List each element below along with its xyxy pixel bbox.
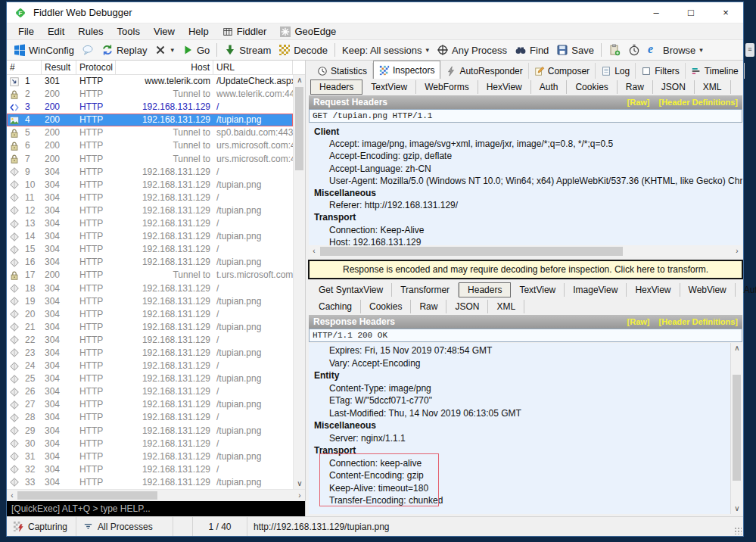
session-row-10[interactable]: 10304HTTP192.168.131.129/tupian.png [7, 179, 293, 192]
scroll-up-icon[interactable]: ∧ [731, 343, 742, 354]
session-row-12[interactable]: 12304HTTP192.168.131.129/tupian.png [7, 204, 293, 217]
process-filter[interactable]: All Processes [76, 517, 173, 536]
scroll-right-icon[interactable]: › [732, 245, 742, 257]
tab-autoresponder[interactable]: AutoResponder [440, 63, 528, 79]
tab-inspectors[interactable]: Inspectors [373, 61, 440, 79]
keep-all-sessions-button[interactable]: Keep: All sessions▾ [338, 43, 433, 58]
raw-link[interactable]: [Raw] [627, 317, 650, 326]
column-header-result[interactable]: Result [42, 61, 76, 74]
request-tab-xml[interactable]: XML [695, 80, 731, 94]
session-row-23[interactable]: 23304HTTP192.168.131.129/tupian.png [7, 347, 293, 360]
stream-button[interactable]: Stream [220, 42, 275, 58]
browse-button[interactable]: eBrowse▾ [644, 42, 707, 58]
winconfig-button[interactable]: WinConfig [10, 42, 78, 58]
session-row-7[interactable]: 7200HTTPTunnel tours.microsoft.com:443 [7, 153, 293, 166]
response-tab-transformer[interactable]: Transformer [392, 283, 459, 297]
menu-item-tools[interactable]: Tools [110, 23, 147, 39]
session-row-31[interactable]: 31304HTTP192.168.131.129/tupian.png [7, 450, 293, 463]
response-tab-imageview[interactable]: ImageView [565, 283, 627, 297]
response-tab-get-syntaxview[interactable]: Get SyntaxView [310, 283, 392, 297]
session-horizontal-scrollbar[interactable]: ‹ › [7, 489, 305, 501]
session-row-24[interactable]: 24304HTTP192.168.131.129/ [7, 360, 293, 372]
menu-item-view[interactable]: View [147, 23, 182, 39]
tab-filters[interactable]: Filters [636, 63, 686, 79]
session-row-1[interactable]: 1301HTTPwww.telerik.com/UpdateCheck.aspx… [7, 75, 293, 88]
tab-composer[interactable]: Composer [529, 63, 596, 79]
session-row-16[interactable]: 16304HTTP192.168.131.129/tupian.png [7, 256, 293, 269]
go-button[interactable]: Go [178, 42, 213, 58]
response-tab-xml[interactable]: XML [488, 300, 524, 313]
request-tab-headers[interactable]: Headers [310, 79, 362, 95]
request-horizontal-scrollbar[interactable]: ‹ › [309, 245, 742, 257]
tab-log[interactable]: Log [596, 63, 636, 79]
column-header-url[interactable]: URL [213, 61, 293, 74]
session-row-27[interactable]: 27304HTTP192.168.131.129/tupian.png [7, 398, 293, 411]
column-header-host[interactable]: Host [116, 61, 213, 74]
tab-timeline[interactable]: Timeline [686, 63, 745, 79]
scroll-thumb[interactable] [320, 247, 623, 256]
minimize-button[interactable]: – [639, 2, 674, 23]
request-tab-hexview[interactable]: HexView [478, 80, 531, 94]
session-row-15[interactable]: 15304HTTP192.168.131.129/ [7, 243, 293, 256]
session-row-5[interactable]: 5200HTTPTunnel tosp0.baidu.com:443 [7, 126, 293, 139]
session-row-4[interactable]: 4200HTTP192.168.131.129/tupian.png [7, 114, 293, 126]
session-row-21[interactable]: 21304HTTP192.168.131.129/tupian.png [7, 321, 293, 334]
save-button[interactable]: Save [552, 42, 598, 58]
transform-notice[interactable]: Response is encoded and may require deco… [308, 260, 743, 279]
request-tab-raw[interactable]: Raw [618, 80, 653, 94]
session-row-11[interactable]: 11304HTTP192.168.131.129/ [7, 192, 293, 204]
response-tab-webview[interactable]: WebView [680, 283, 736, 297]
session-row-17[interactable]: 17200HTTPTunnel tot.urs.microsoft.com:44… [7, 269, 293, 282]
quickexec-input[interactable]: [QuickExec] ALT+Q > type HELP... [7, 501, 305, 516]
response-tab-auth[interactable]: Auth [736, 283, 756, 297]
session-row-26[interactable]: 26304HTTP192.168.131.129/ [7, 385, 293, 398]
scroll-down-icon[interactable]: ∨ [731, 503, 742, 514]
session-row-13[interactable]: 13304HTTP192.168.131.129/ [7, 217, 293, 230]
session-row-25[interactable]: 25304HTTP192.168.131.129/tupian.png [7, 372, 293, 385]
header-definitions-link[interactable]: [Header Definitions] [658, 317, 738, 326]
scroll-up-icon[interactable]: ∧ [294, 75, 306, 86]
replay-button[interactable]: Replay [98, 42, 151, 58]
column-header-[interactable]: # [7, 61, 42, 74]
capturing-toggle[interactable]: Capturing [7, 517, 76, 536]
header-definitions-link[interactable]: [Header Definitions] [658, 98, 738, 107]
session-row-22[interactable]: 22304HTTP192.168.131.129/ [7, 334, 293, 347]
session-row-2[interactable]: 2200HTTPTunnel towww.telerik.com:443 [7, 88, 293, 101]
close-button[interactable]: × [708, 2, 743, 23]
session-row-19[interactable]: 19304HTTP192.168.131.129/tupian.png [7, 295, 293, 308]
scroll-left-icon[interactable]: ‹ [7, 490, 17, 502]
scroll-thumb[interactable] [733, 375, 741, 481]
scroll-thumb[interactable] [17, 491, 157, 500]
any-process-button[interactable]: Any Process [433, 42, 511, 58]
response-tab-cookies[interactable]: Cookies [361, 300, 411, 313]
scroll-left-icon[interactable]: ‹ [309, 245, 319, 257]
session-row-14[interactable]: 14304HTTP192.168.131.129/tupian.png [7, 230, 293, 243]
request-tab-auth[interactable]: Auth [531, 80, 568, 94]
session-row-33[interactable]: 33304HTTP192.168.131.129/tupian.png [7, 476, 293, 489]
menu-item-edit[interactable]: Edit [41, 23, 71, 39]
session-row-32[interactable]: 32304HTTP192.168.131.129/ [7, 463, 293, 476]
session-row-20[interactable]: 20304HTTP192.168.131.129/ [7, 308, 293, 321]
request-tab-json[interactable]: JSON [653, 80, 695, 94]
session-vertical-scrollbar[interactable]: ∧ ∨ [293, 75, 305, 489]
response-tab-hexview[interactable]: HexView [627, 283, 680, 297]
session-row-18[interactable]: 18304HTTP192.168.131.129/ [7, 282, 293, 295]
tab-statistics[interactable]: Statistics [312, 63, 373, 79]
menu-item-fiddler[interactable]: Fiddler [216, 23, 274, 39]
session-row-28[interactable]: 28304HTTP192.168.131.129/ [7, 411, 293, 424]
session-row-29[interactable]: 29304HTTP192.168.131.129/tupian.png [7, 425, 293, 438]
scroll-right-icon[interactable]: › [294, 490, 305, 502]
response-tab-textview[interactable]: TextView [511, 283, 565, 297]
response-vertical-scrollbar[interactable]: ∧ ∨ [730, 343, 742, 514]
session-row-30[interactable]: 30304HTTP192.168.131.129/ [7, 438, 293, 450]
request-tab-webforms[interactable]: WebForms [416, 80, 478, 94]
comment-bubble-button[interactable] [78, 42, 98, 58]
find-button[interactable]: Find [511, 42, 552, 58]
menu-item-file[interactable]: File [11, 23, 41, 39]
response-tab-json[interactable]: JSON [446, 300, 488, 313]
raw-link[interactable]: [Raw] [627, 98, 650, 107]
screenshot-clipboard-button[interactable] [605, 42, 624, 58]
toolbar-overflow-button[interactable]: ≡ [745, 43, 754, 57]
decode-button[interactable]: Decode [275, 42, 331, 58]
timer-clock-button[interactable] [624, 42, 644, 58]
